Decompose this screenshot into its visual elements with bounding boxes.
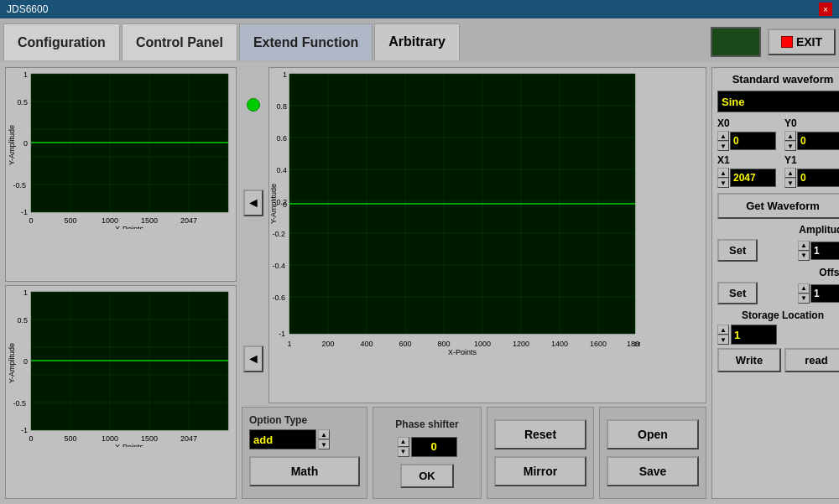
svg-text:1000: 1000	[102, 216, 118, 225]
x0-input-row: ▲ ▼	[717, 131, 781, 151]
y1-spin-up[interactable]: ▲	[784, 168, 796, 178]
main-chart-row: ◄ ◄	[242, 67, 706, 403]
y1-input[interactable]	[797, 169, 839, 187]
xy-grid: X0 ▲ ▼ Y0 ▲ ▼	[717, 117, 839, 188]
svg-text:-1: -1	[279, 330, 285, 338]
svg-text:0: 0	[29, 434, 33, 443]
tab-arbitrary[interactable]: Arbitrary	[374, 23, 460, 60]
exit-button[interactable]: EXIT	[768, 29, 836, 55]
right-panel: Standard waveform ▲ ▼ X0 ▲ ▼	[711, 67, 839, 499]
offset-input[interactable]	[810, 284, 839, 303]
offset-set-button[interactable]: Set	[717, 282, 758, 304]
svg-text:500: 500	[64, 216, 76, 225]
offset-label: Offset	[717, 267, 839, 278]
svg-text:0.8: 0.8	[276, 102, 287, 111]
mirror-button[interactable]: Mirror	[494, 456, 586, 486]
svg-text:0: 0	[23, 139, 28, 148]
left-arrow-button-1[interactable]: ◄	[243, 190, 263, 216]
amplitude-input[interactable]	[810, 242, 839, 260]
phase-shifter-panel: Phase shifter ▲ ▼ OK	[373, 407, 482, 499]
x0-spin-up[interactable]: ▲	[717, 131, 729, 141]
y1-spin: ▲ ▼	[784, 168, 796, 188]
read-button[interactable]: read	[784, 348, 839, 372]
amplitude-row: Set ▲ ▼	[717, 239, 839, 262]
svg-text:1200: 1200	[513, 340, 529, 348]
status-light	[711, 27, 761, 57]
svg-text:0: 0	[283, 200, 287, 209]
phase-spin-down[interactable]: ▼	[398, 447, 409, 457]
math-button[interactable]: Math	[249, 456, 360, 486]
y0-input-row: ▲ ▼	[784, 131, 839, 151]
svg-text:1: 1	[287, 340, 291, 348]
phase-spin: ▲ ▼	[398, 437, 409, 457]
x1-spin-down[interactable]: ▼	[717, 178, 729, 188]
get-waveform-button[interactable]: Get Waveform	[717, 193, 839, 219]
y0-spin-down[interactable]: ▼	[784, 141, 796, 151]
x0-input[interactable]	[730, 132, 776, 150]
offset-spin-up[interactable]: ▲	[798, 283, 810, 294]
save-button[interactable]: Save	[607, 456, 699, 486]
open-button[interactable]: Open	[607, 419, 699, 449]
amplitude-set-button[interactable]: Set	[717, 239, 758, 262]
svg-text:0: 0	[29, 216, 33, 225]
reset-button[interactable]: Reset	[494, 419, 586, 449]
storage-input[interactable]	[731, 325, 777, 345]
ok-button[interactable]: OK	[400, 464, 454, 488]
svg-text:-0.5: -0.5	[13, 399, 26, 408]
x1-spin-up[interactable]: ▲	[717, 168, 729, 178]
option-spin-up[interactable]: ▲	[318, 429, 330, 439]
svg-text:500: 500	[64, 434, 76, 443]
x1-input[interactable]	[730, 169, 776, 187]
x1-input-row: ▲ ▼	[717, 168, 781, 188]
amplitude-label: Amplitude	[717, 224, 839, 236]
svg-text:-1: -1	[21, 208, 28, 216]
middle-panel: ◄ ◄	[242, 67, 706, 499]
x0-label: X0	[717, 117, 781, 129]
y1-spin-down[interactable]: ▼	[784, 178, 796, 188]
y0-spin-up[interactable]: ▲	[784, 131, 796, 141]
write-button[interactable]: Write	[717, 348, 781, 372]
green-dot	[247, 98, 260, 112]
svg-text:1: 1	[283, 70, 287, 79]
main-large-chart: 1 0.8 0.6 0.4 0.2 0 -0.2 -0.4 -0.6 -1 Y-…	[268, 67, 706, 403]
top-small-chart: 1 0.5 0 -0.5 -1 Y-Amplitude 0 500 1000 1…	[5, 67, 237, 282]
close-button[interactable]: ×	[819, 3, 832, 16]
option-type-input[interactable]	[249, 429, 316, 449]
tab-configuration[interactable]: Configuration	[3, 23, 120, 60]
svg-text:800: 800	[437, 340, 450, 348]
y1-cell: Y1 ▲ ▼	[784, 154, 839, 188]
offset-row: Set ▲ ▼	[717, 282, 839, 304]
x0-spin-down[interactable]: ▼	[717, 141, 729, 151]
svg-text:1500: 1500	[141, 434, 158, 443]
svg-text:-1: -1	[21, 426, 28, 434]
svg-text:-0.5: -0.5	[13, 181, 26, 190]
left-arrow-button-2[interactable]: ◄	[243, 346, 263, 372]
phase-spin-up[interactable]: ▲	[398, 437, 409, 447]
action-panel: Reset Mirror	[487, 407, 594, 499]
title-bar: JDS6600 ×	[0, 0, 839, 18]
offset-spin-down[interactable]: ▼	[798, 294, 810, 304]
y0-input[interactable]	[797, 132, 839, 150]
svg-text:Y-Amplitude: Y-Amplitude	[8, 342, 16, 382]
option-spin-down[interactable]: ▼	[318, 439, 330, 449]
top-chart-svg: 1 0.5 0 -0.5 -1 Y-Amplitude 0 500 1000 1…	[8, 70, 234, 229]
storage-spin-up[interactable]: ▲	[717, 325, 729, 335]
tab-control-panel[interactable]: Control Panel	[122, 23, 237, 60]
svg-text:1600: 1600	[590, 340, 607, 348]
phase-input[interactable]	[411, 437, 457, 457]
svg-text:1: 1	[23, 288, 28, 297]
bottom-chart-svg: 1 0.5 0 -0.5 -1 Y-Amplitude 0 500 1000 1…	[8, 288, 234, 447]
storage-section: Storage Location ▲ ▼ Write read	[717, 309, 839, 372]
option-type-panel: Option Type ▲ ▼ Math	[242, 407, 367, 499]
amplitude-spin-up[interactable]: ▲	[798, 241, 810, 251]
offset-spin: ▲ ▼	[798, 283, 810, 304]
amplitude-input-row: ▲ ▼	[798, 241, 839, 261]
svg-text:X-Points: X-Points	[115, 225, 144, 229]
svg-text:1000: 1000	[102, 434, 118, 443]
storage-spin-down[interactable]: ▼	[717, 335, 729, 345]
svg-text:0.5: 0.5	[17, 316, 28, 325]
amplitude-spin-down[interactable]: ▼	[798, 251, 810, 261]
tab-extend-function[interactable]: Extend Function	[239, 23, 373, 60]
svg-text:0: 0	[23, 357, 28, 366]
waveform-select-input[interactable]	[717, 91, 839, 112]
